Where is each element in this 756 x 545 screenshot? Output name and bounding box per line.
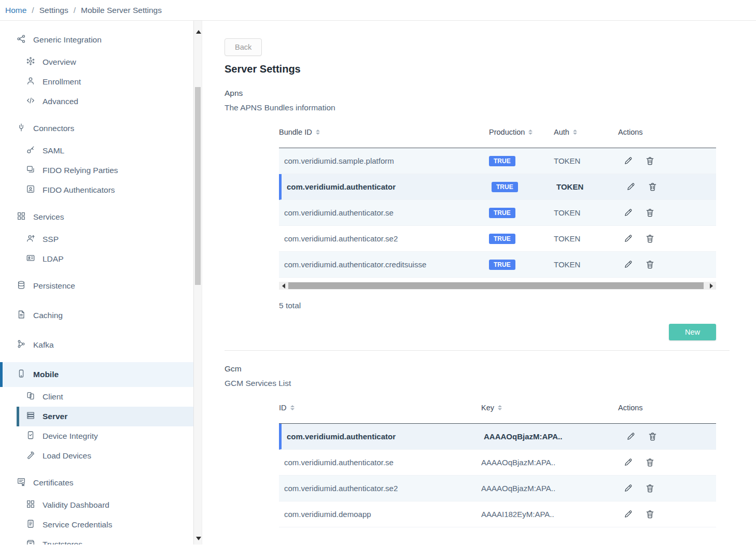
actions-cell bbox=[618, 234, 716, 243]
apns-table: Bundle ID Production Auth Actions com.ve… bbox=[279, 123, 716, 290]
key-cell: AAAAOqBjazM:APA.. bbox=[484, 432, 621, 441]
key-icon bbox=[26, 145, 35, 156]
grid-icon bbox=[17, 211, 26, 223]
sidebar-item-load-devices[interactable]: Load Devices bbox=[0, 446, 193, 466]
sidebar-item-advanced[interactable]: Advanced bbox=[0, 92, 193, 111]
phones-icon bbox=[26, 391, 35, 403]
sidebar-item-caching[interactable]: Caching bbox=[0, 303, 193, 328]
sidebar-item-device-integrity[interactable]: Device Integrity bbox=[0, 426, 193, 446]
column-label: Auth bbox=[554, 128, 569, 136]
certificate-icon bbox=[17, 477, 26, 489]
gcm-section: Gcm GCM Services List ID Key Actions com… bbox=[225, 364, 730, 527]
sidebar-item-truststores[interactable]: Truststores bbox=[0, 535, 193, 544]
sidebar-item-persistence[interactable]: Persistence bbox=[0, 274, 193, 298]
edit-icon[interactable] bbox=[623, 260, 633, 269]
bundle-id-cell: com.veridiumid.authenticator.creditsuiss… bbox=[284, 260, 489, 269]
sidebar-item-label: Enrollment bbox=[43, 77, 81, 87]
sidebar-item-connectors[interactable]: Connectors bbox=[0, 116, 193, 141]
sidebar-item-ssp[interactable]: SSP bbox=[0, 230, 193, 249]
actions-cell bbox=[618, 509, 716, 519]
delete-icon[interactable] bbox=[645, 156, 655, 166]
edit-icon[interactable] bbox=[626, 182, 636, 192]
horizontal-scrollbar[interactable] bbox=[279, 282, 716, 290]
table-row-selected[interactable]: com.veridiumid.authenticator TRUE TOKEN bbox=[279, 174, 716, 200]
fido-icon bbox=[26, 184, 35, 196]
sidebar-item-overview[interactable]: Overview bbox=[0, 52, 193, 72]
edit-icon[interactable] bbox=[623, 483, 633, 493]
column-header-production[interactable]: Production bbox=[489, 128, 554, 136]
sidebar-item-server[interactable]: Server bbox=[17, 407, 193, 426]
table-row[interactable]: com.veridiumid.demoapp AAAAI182EyM:APA.. bbox=[279, 501, 716, 527]
actions-cell bbox=[621, 432, 716, 441]
breadcrumb-settings[interactable]: Settings bbox=[39, 6, 68, 15]
sidebar-item-kafka[interactable]: Kafka bbox=[0, 333, 193, 357]
delete-icon[interactable] bbox=[645, 483, 655, 493]
user-up-icon bbox=[26, 234, 35, 245]
auth-cell: TOKEN bbox=[554, 260, 618, 269]
bundle-id-cell: com.veridiumid.sample.platform bbox=[284, 156, 489, 165]
column-header-id[interactable]: ID bbox=[279, 404, 481, 412]
sidebar-scrollbar[interactable] bbox=[193, 21, 202, 544]
column-header-bundle-id[interactable]: Bundle ID bbox=[279, 128, 489, 136]
sidebar-item-fido-relying-parties[interactable]: FIDO Relying Parties bbox=[0, 161, 193, 180]
delete-icon[interactable] bbox=[645, 260, 655, 269]
table-row[interactable]: com.veridiumid.sample.platform TRUE TOKE… bbox=[279, 148, 716, 174]
scrollbar-thumb[interactable] bbox=[288, 282, 704, 289]
table-row-selected[interactable]: com.veridiumid.authenticator AAAAOqBjazM… bbox=[279, 424, 716, 450]
sidebar-item-client[interactable]: Client bbox=[0, 387, 193, 407]
sort-icon bbox=[316, 130, 320, 135]
edit-icon[interactable] bbox=[623, 234, 633, 243]
production-badge: TRUE bbox=[489, 234, 515, 244]
back-button[interactable]: Back bbox=[225, 38, 262, 56]
gcm-table-header: ID Key Actions bbox=[279, 398, 716, 424]
actions-cell bbox=[621, 182, 716, 192]
scroll-up-icon[interactable] bbox=[196, 30, 201, 34]
edit-icon[interactable] bbox=[626, 432, 636, 441]
sidebar-item-service-credentials[interactable]: Service Credentials bbox=[0, 515, 193, 535]
edit-icon[interactable] bbox=[623, 208, 633, 218]
apns-subheading: The APNS Bundles information bbox=[225, 103, 730, 112]
delete-icon[interactable] bbox=[645, 208, 655, 218]
delete-icon[interactable] bbox=[645, 509, 655, 519]
sidebar-item-enrollment[interactable]: Enrollment bbox=[0, 72, 193, 92]
table-row[interactable]: com.veridiumid.authenticator.creditsuiss… bbox=[279, 252, 716, 278]
box-icon bbox=[26, 539, 35, 544]
sidebar-item-services[interactable]: Services bbox=[0, 205, 193, 230]
table-row[interactable]: com.veridiumid.authenticator.se2 TRUE TO… bbox=[279, 226, 716, 252]
breadcrumb-home[interactable]: Home bbox=[5, 6, 26, 15]
sidebar-item-fido-authenticators[interactable]: FIDO Authenticators bbox=[0, 180, 193, 200]
column-header-auth[interactable]: Auth bbox=[554, 128, 618, 136]
sidebar-item-mobile[interactable]: Mobile bbox=[0, 362, 193, 387]
sidebar-item-certificates[interactable]: Certificates bbox=[0, 470, 193, 495]
apns-total-count: 5 total bbox=[279, 301, 730, 310]
sort-icon bbox=[528, 130, 533, 135]
table-row[interactable]: com.veridiumid.authenticator.se AAAAOqBj… bbox=[279, 450, 716, 476]
auth-cell: TOKEN bbox=[554, 208, 618, 217]
scrollbar-thumb[interactable] bbox=[195, 87, 201, 285]
delete-icon[interactable] bbox=[645, 234, 655, 243]
new-button[interactable]: New bbox=[669, 324, 716, 340]
sidebar-item-label: Server bbox=[43, 412, 67, 421]
column-header-key[interactable]: Key bbox=[481, 404, 618, 412]
sidebar-item-label: Advanced bbox=[43, 97, 78, 106]
scroll-down-icon[interactable] bbox=[196, 537, 201, 540]
sidebar-item-saml[interactable]: SAML bbox=[0, 141, 193, 161]
edit-icon[interactable] bbox=[623, 156, 633, 166]
column-header-actions: Actions bbox=[618, 404, 716, 412]
edit-icon[interactable] bbox=[623, 457, 633, 467]
key-cell: AAAAOqBjazM:APA.. bbox=[481, 458, 618, 467]
table-row[interactable]: com.veridiumid.authenticator.se2 AAAAOqB… bbox=[279, 476, 716, 501]
delete-icon[interactable] bbox=[648, 432, 657, 441]
sidebar-item-validity-dashboard[interactable]: Validity Dashboard bbox=[0, 495, 193, 515]
scroll-right-icon[interactable] bbox=[710, 283, 713, 289]
delete-icon[interactable] bbox=[645, 457, 655, 467]
scroll-left-icon[interactable] bbox=[282, 283, 285, 289]
edit-icon[interactable] bbox=[623, 509, 633, 519]
sidebar-item-ldap[interactable]: LDAP bbox=[0, 249, 193, 269]
sidebar-item-label: Caching bbox=[33, 311, 63, 320]
column-header-actions: Actions bbox=[618, 128, 716, 136]
sidebar-item-generic-integration[interactable]: Generic Integration bbox=[0, 27, 193, 52]
bundle-id-cell: com.veridiumid.authenticator.se2 bbox=[284, 234, 489, 243]
delete-icon[interactable] bbox=[648, 182, 657, 192]
table-row[interactable]: com.veridiumid.authenticator.se TRUE TOK… bbox=[279, 200, 716, 226]
